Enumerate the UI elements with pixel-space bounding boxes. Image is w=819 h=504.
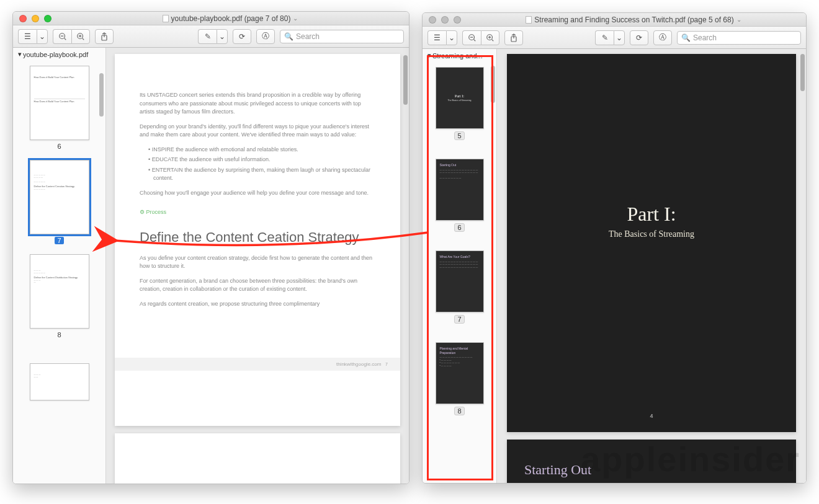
- page-title: Part I:: [507, 203, 796, 226]
- window-title: youtube-playbook.pdf (page 7 of 80) ⌄: [51, 14, 409, 23]
- paragraph: Its UNSTAGED concert series extends this…: [140, 91, 375, 117]
- sidebar-header[interactable]: ▾ Streaming and...: [423, 49, 496, 62]
- preview-window-youtube: youtube-playbook.pdf (page 7 of 80) ⌄ ☰ …: [12, 11, 410, 484]
- svg-line-9: [473, 39, 475, 41]
- minimize-icon[interactable]: [441, 16, 449, 24]
- zoom-in-button[interactable]: [71, 29, 90, 44]
- document-icon: [526, 16, 532, 24]
- scrollbar-thumb[interactable]: [800, 54, 805, 91]
- svg-line-4: [83, 38, 84, 40]
- svg-line-12: [492, 39, 494, 41]
- triangle-down-icon: ▾: [427, 51, 431, 60]
- zoom-icon[interactable]: [454, 16, 461, 24]
- thumb-number: 5: [454, 131, 464, 140]
- thumbnail-page-6[interactable]: How Does it Build Your Content PlanHow D…: [29, 66, 91, 150]
- thumbnail-page-7[interactable]: — — — — —— — — —— — — — —Define the Cont…: [29, 160, 91, 244]
- search-input[interactable]: 🔍 Search: [677, 31, 801, 45]
- scrollbar-thumb[interactable]: [403, 55, 408, 105]
- paragraph: Depending on your brand's identity, you'…: [140, 123, 375, 139]
- pdf-page-5: Part I: The Basics of Streaming 4: [507, 54, 796, 432]
- titlebar[interactable]: youtube-playbook.pdf (page 7 of 80) ⌄: [13, 12, 409, 25]
- chevron-down-icon[interactable]: ⌄: [293, 15, 298, 22]
- zoom-out-button[interactable]: [462, 30, 481, 45]
- scrollbar-thumb[interactable]: [491, 66, 495, 103]
- thumb-number: 8: [454, 407, 464, 415]
- search-icon: 🔍: [681, 33, 691, 42]
- minimize-icon[interactable]: [32, 15, 39, 22]
- zoom-in-button[interactable]: [481, 30, 499, 45]
- thumb-number: 6: [454, 223, 464, 232]
- markup-button[interactable]: Ⓐ: [256, 29, 275, 44]
- page-footer: thinkwithgoogle.com 7: [115, 358, 400, 371]
- highlight-button[interactable]: ✎: [198, 29, 217, 44]
- list-item: INSPIRE the audience with emotional and …: [148, 146, 375, 154]
- search-icon: 🔍: [284, 32, 293, 41]
- thumb-number: 7: [55, 237, 63, 244]
- zoom-icon[interactable]: [44, 15, 51, 22]
- thumbnail-page-7[interactable]: What Are Your Goals?— — — — — — — — — — …: [434, 250, 486, 324]
- process-label: Process: [140, 208, 375, 217]
- pdf-page-8: types of content in the following framew…: [115, 433, 400, 484]
- sidebar-toggle-button[interactable]: ☰: [427, 30, 446, 45]
- thumbnail-page-8[interactable]: — — —— — — — —Define the Content Distrib…: [29, 254, 91, 338]
- highlight-menu-button[interactable]: ⌄: [217, 29, 228, 44]
- preview-window-twitch: Streaming and Finding Success on Twitch.…: [422, 12, 807, 484]
- pdf-page-7: Its UNSTAGED concert series extends this…: [115, 54, 400, 426]
- sidebar-header[interactable]: ▾ youtube-playbook.pdf: [13, 48, 105, 61]
- thumbnail-page-8[interactable]: Planning and Mental Preparation— — — — —…: [434, 342, 486, 415]
- paragraph: For content generation, a brand can choo…: [140, 277, 375, 294]
- svg-line-1: [64, 38, 66, 40]
- document-icon: [163, 15, 169, 22]
- paragraph: Choosing how you'll engage your audience…: [140, 189, 375, 198]
- document-view[interactable]: Part I: The Basics of Streaming 4 Starti…: [497, 49, 806, 483]
- toolbar: ☰ ⌄ ✎ ⌄ ⟳ Ⓐ 🔍 Search: [13, 25, 409, 48]
- thumb-number: 7: [454, 315, 464, 324]
- rotate-button[interactable]: ⟳: [630, 30, 648, 45]
- page-number: 4: [507, 413, 796, 419]
- paragraph: types of content in the following framew…: [140, 483, 375, 484]
- section-heading: Define the Content Ceation Strategy: [140, 229, 375, 245]
- sidebar-menu-button[interactable]: ⌄: [446, 30, 457, 45]
- share-button[interactable]: [504, 30, 523, 45]
- triangle-down-icon: ▾: [18, 50, 22, 58]
- thumbnail-page-9[interactable]: — — —— —: [29, 363, 91, 400]
- thumb-number: 8: [55, 331, 63, 338]
- sidebar-toggle-button[interactable]: ☰: [18, 29, 37, 44]
- close-icon[interactable]: [19, 15, 27, 22]
- list-item: ENTERTAIN the audience by surprising the…: [148, 166, 375, 183]
- window-title: Streaming and Finding Success on Twitch.…: [461, 15, 806, 24]
- share-button[interactable]: [95, 29, 114, 44]
- chevron-down-icon[interactable]: ⌄: [736, 16, 741, 23]
- close-icon[interactable]: [429, 16, 436, 24]
- list-item: EDUCATE the audience with useful informa…: [148, 156, 375, 164]
- pdf-page-6: Starting Out New broadcasters have a cha…: [507, 440, 796, 483]
- highlight-menu-button[interactable]: ⌄: [614, 30, 625, 45]
- thumbnail-page-6[interactable]: Starting Out— — — — — — — — — — — — — — …: [434, 159, 486, 232]
- paragraph: As regards content creation, we propose …: [140, 300, 375, 309]
- rotate-button[interactable]: ⟳: [233, 29, 251, 44]
- markup-button[interactable]: Ⓐ: [653, 30, 672, 45]
- paragraph: As you define your content creation stra…: [140, 254, 375, 271]
- search-input[interactable]: 🔍 Search: [280, 30, 404, 43]
- toolbar: ☰ ⌄ ✎ ⌄ ⟳ Ⓐ 🔍 Search: [423, 27, 806, 49]
- document-view[interactable]: Its UNSTAGED concert series extends this…: [106, 48, 409, 484]
- zoom-out-button[interactable]: [53, 29, 71, 44]
- scrollbar-thumb[interactable]: [99, 73, 104, 117]
- page-subtitle: The Basics of Streaming: [507, 229, 796, 239]
- thumbnail-page-5[interactable]: Part I:The Basics of Streaming 5: [434, 67, 486, 140]
- sidebar-menu-button[interactable]: ⌄: [37, 29, 48, 44]
- titlebar[interactable]: Streaming and Finding Success on Twitch.…: [423, 13, 806, 27]
- thumbnail-sidebar: ▾ Streaming and... Part I:The Basics of …: [423, 49, 497, 483]
- highlight-button[interactable]: ✎: [595, 30, 614, 45]
- section-heading: Starting Out: [524, 462, 779, 478]
- thumbnail-sidebar: ▾ youtube-playbook.pdf How Does it Build…: [13, 48, 106, 484]
- thumb-number: 6: [55, 143, 63, 150]
